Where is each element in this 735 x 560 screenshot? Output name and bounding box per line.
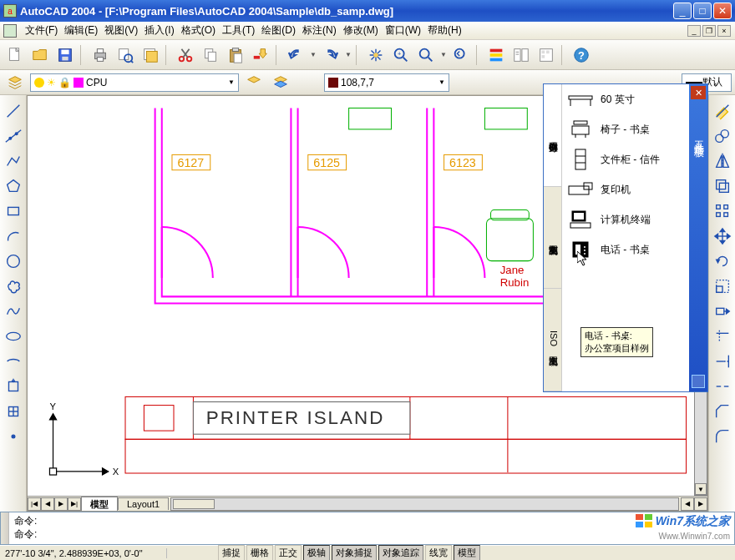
layer-previous-button[interactable] (242, 71, 266, 94)
mdi-minimize-button[interactable]: _ (687, 25, 701, 37)
chamfer-tool[interactable] (712, 401, 733, 422)
arc-tool[interactable] (3, 225, 24, 247)
palette-properties-button[interactable] (692, 375, 705, 388)
extend-tool[interactable] (712, 351, 733, 372)
palette-item[interactable]: 电话 - 书桌 (562, 235, 689, 265)
polygon-tool[interactable] (3, 175, 24, 197)
tab-nav-last[interactable]: ▶| (68, 497, 81, 511)
design-center-button[interactable] (509, 43, 533, 67)
fillet-tool[interactable] (712, 426, 733, 447)
osnap-toggle[interactable]: 对象捕捉 (332, 545, 377, 560)
snap-toggle[interactable]: 捕捉 (218, 545, 245, 560)
otrack-toggle[interactable]: 对象追踪 (378, 545, 423, 560)
scroll-left-button[interactable]: ◀ (681, 497, 694, 511)
offset-tool[interactable] (712, 175, 733, 197)
menu-window[interactable]: 窗口(W) (382, 22, 424, 39)
ellipse-tool[interactable] (3, 325, 24, 347)
trim-tool[interactable] (712, 325, 733, 347)
menu-tools[interactable]: 工具(T) (219, 22, 258, 39)
palette-tab-iso[interactable]: ISO 图案填充 (544, 289, 561, 391)
publish-button[interactable] (139, 43, 162, 67)
palette-tab-office[interactable]: 办公室项目样例 (544, 84, 561, 187)
properties-button[interactable] (484, 43, 508, 67)
close-button[interactable]: ✕ (713, 3, 732, 19)
command-line-handle[interactable] (1, 512, 9, 544)
construction-line-tool[interactable] (3, 125, 24, 147)
model-toggle[interactable]: 模型 (454, 545, 480, 560)
menu-view[interactable]: 视图(V) (101, 22, 141, 39)
menu-insert[interactable]: 插入(I) (141, 22, 177, 39)
palette-tab-imperial[interactable]: 英制图案填充 (544, 187, 561, 290)
tab-nav-next[interactable]: ▶ (54, 497, 68, 511)
layer-manager-button[interactable] (3, 71, 27, 94)
zoom-window-button[interactable] (414, 43, 438, 67)
erase-tool[interactable] (712, 100, 733, 122)
minimize-button[interactable]: _ (673, 3, 692, 19)
mdi-restore-button[interactable]: ❐ (702, 25, 716, 37)
palette-item[interactable]: 60 英寸 (562, 84, 689, 114)
undo-dropdown[interactable]: ▼ (309, 43, 317, 67)
command-line[interactable]: 命令: 命令: (0, 512, 735, 545)
paste-button[interactable] (224, 43, 247, 67)
polar-toggle[interactable]: 极轴 (303, 545, 330, 560)
layer-states-button[interactable] (269, 71, 292, 94)
palette-item[interactable]: 文件柜 - 信件 (562, 144, 689, 174)
scroll-down-button[interactable]: ▼ (695, 483, 707, 495)
match-properties-button[interactable] (249, 43, 272, 67)
copy-button[interactable] (199, 43, 222, 67)
make-block-tool[interactable] (3, 401, 24, 422)
color-combo[interactable]: 108,7,7 ▼ (324, 73, 449, 92)
tab-nav-first[interactable]: |◀ (28, 497, 41, 511)
revision-cloud-tool[interactable] (3, 275, 24, 297)
palette-titlebar[interactable]: ✕ 工具选项板 (689, 84, 707, 391)
palette-item[interactable]: 椅子 - 书桌 (562, 114, 689, 144)
new-button[interactable] (3, 43, 27, 67)
zoom-realtime-button[interactable]: + (389, 43, 413, 67)
mdi-close-button[interactable]: × (717, 25, 731, 37)
menu-edit[interactable]: 编辑(E) (61, 22, 101, 39)
ellipse-arc-tool[interactable] (3, 351, 24, 372)
zoom-dropdown[interactable]: ▼ (439, 43, 448, 67)
cut-button[interactable] (174, 43, 197, 67)
print-button[interactable] (89, 43, 112, 67)
tab-model[interactable]: 模型 (81, 497, 118, 512)
copy-object-tool[interactable] (712, 125, 733, 147)
array-tool[interactable] (712, 200, 733, 222)
circle-tool[interactable] (3, 250, 24, 272)
help-button[interactable]: ? (570, 43, 593, 67)
insert-block-tool[interactable] (3, 376, 24, 397)
break-tool[interactable] (712, 376, 733, 397)
ortho-toggle[interactable]: 正交 (275, 545, 302, 560)
lwt-toggle[interactable]: 线宽 (425, 545, 452, 560)
menu-draw[interactable]: 绘图(D) (258, 22, 299, 39)
maximize-button[interactable]: □ (693, 3, 712, 19)
menu-format[interactable]: 格式(O) (178, 22, 219, 39)
menu-dimension[interactable]: 标注(N) (299, 22, 340, 39)
menu-help[interactable]: 帮助(H) (424, 22, 465, 39)
rotate-tool[interactable] (712, 250, 733, 272)
undo-button[interactable] (284, 43, 307, 67)
redo-dropdown[interactable]: ▼ (344, 43, 352, 67)
line-tool[interactable] (3, 100, 24, 122)
polyline-tool[interactable] (3, 150, 24, 172)
point-tool[interactable] (3, 426, 24, 447)
horizontal-scrollbar[interactable] (170, 497, 679, 511)
palette-item[interactable]: 复印机 (562, 174, 689, 204)
save-button[interactable] (53, 43, 77, 67)
scroll-right-button[interactable]: ▶ (694, 497, 707, 511)
print-preview-button[interactable] (114, 43, 137, 67)
scroll-thumb[interactable] (173, 499, 215, 509)
menu-modify[interactable]: 修改(M) (340, 22, 382, 39)
move-tool[interactable] (712, 225, 733, 247)
open-button[interactable] (28, 43, 52, 67)
spline-tool[interactable] (3, 300, 24, 322)
pan-button[interactable] (364, 43, 388, 67)
palette-close-button[interactable]: ✕ (691, 86, 706, 99)
tab-layout1[interactable]: Layout1 (118, 497, 169, 510)
coordinates-display[interactable]: 277'-10 3/4", 2.488939E+03, 0'-0" (0, 548, 167, 558)
mirror-tool[interactable] (712, 150, 733, 172)
rectangle-tool[interactable] (3, 200, 24, 222)
layer-combo[interactable]: ☀ 🔒 CPU ▼ (30, 73, 239, 92)
scale-tool[interactable] (712, 275, 733, 297)
tool-palettes-button[interactable] (535, 43, 558, 67)
